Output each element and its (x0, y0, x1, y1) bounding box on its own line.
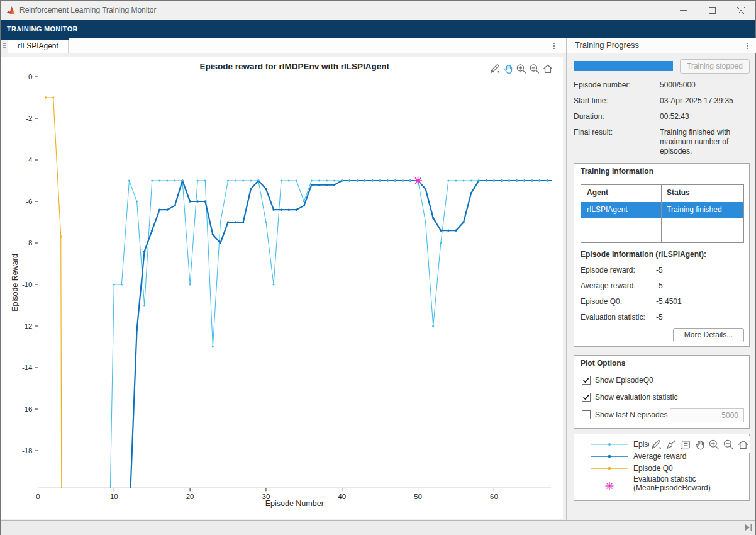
agent-status-table: Agent Status rILSPIAgent Training finish… (581, 184, 744, 243)
maximize-icon (709, 7, 716, 14)
figure-area (1, 57, 563, 519)
expand-right-icon[interactable] (745, 524, 753, 531)
show-episodeq0-label: Show EpisodeQ0 (595, 376, 653, 385)
progress-panel-title: Training Progress (575, 38, 639, 53)
evaluation-statistic-swatch (591, 478, 628, 488)
progress-panel-header: Training Progress (569, 38, 756, 54)
show-last-n-episodes-label: Show last N episodes (595, 410, 667, 419)
tab-options-icon[interactable] (549, 41, 559, 51)
title-bar: Reinforcement Learning Training Monitor (1, 1, 755, 20)
status-bar (1, 520, 755, 535)
status-column-header: Status (667, 185, 690, 201)
legend-label: Average reward (633, 452, 687, 461)
tab-rilspiagent[interactable]: rILSPIAgent (8, 40, 69, 54)
duration-value: 00:52:43 (660, 112, 689, 121)
edit-plot-icon[interactable] (489, 62, 501, 76)
episode-reward-swatch (591, 439, 628, 449)
training-information-title: Training Information (581, 167, 653, 176)
show-evaluation-statistic-label: Show evaluation statistic (595, 393, 677, 402)
pan-icon[interactable] (692, 438, 706, 451)
start-time-value: 03-Apr-2025 17:39:35 (660, 96, 733, 105)
show-evaluation-statistic-checkbox[interactable]: Show evaluation statistic (582, 392, 677, 402)
final-result-label: Final result: (574, 128, 613, 137)
episode-reward-value: -5 (656, 266, 663, 274)
home-icon[interactable] (736, 438, 750, 451)
edit-plot-icon[interactable] (649, 438, 663, 451)
status-cell: Training finished (667, 202, 722, 218)
episode-q0-value: -5.4501 (656, 297, 682, 306)
window-title: Reinforcement Learning Training Monitor (19, 1, 156, 20)
episode-q0-label: Episode Q0: (581, 297, 622, 306)
legend-label: Episode Q0 (633, 464, 673, 473)
brush-data-icon[interactable] (664, 438, 677, 451)
average-reward-label: Average reward: (581, 281, 636, 290)
episode-information-title: Episode Information (rILSPIAgent): (581, 250, 706, 259)
episode-number-label: Episode number: (574, 81, 631, 89)
legend-toolbar (649, 436, 750, 453)
app-window: Reinforcement Learning Training Monitor … (0, 0, 756, 535)
progress-panel-options-icon[interactable] (743, 41, 753, 51)
episode-reward-label: Episode reward: (581, 266, 635, 274)
home-icon[interactable] (542, 62, 553, 76)
episode-q0-swatch (591, 463, 628, 473)
show-last-n-episodes-checkbox[interactable]: Show last N episodes (582, 410, 667, 420)
legend-label: Evaluation statistic (MeanEpisodeReward) (633, 475, 711, 492)
tab-grip-icon[interactable] (1, 38, 8, 54)
final-result-value: Training finished with maximum number of… (660, 128, 748, 156)
matlab-logo-icon (6, 6, 17, 15)
average-reward-value: -5 (656, 281, 663, 290)
checkbox-icon[interactable] (582, 376, 591, 385)
checkbox-icon[interactable] (582, 410, 591, 419)
agent-column-header: Agent (587, 185, 608, 201)
toolstrip-tab[interactable]: TRAINING MONITOR (7, 20, 78, 38)
zoom-in-icon[interactable] (516, 62, 527, 76)
pan-icon[interactable] (503, 62, 514, 76)
average-reward-swatch (591, 451, 628, 461)
maximize-button[interactable] (698, 1, 726, 20)
close-button[interactable] (726, 1, 755, 20)
zoom-in-icon[interactable] (707, 438, 721, 451)
evaluation-statistic-value: -5 (656, 313, 663, 322)
n-episodes-input[interactable]: 5000 (670, 408, 744, 422)
panel-splitter[interactable] (566, 38, 567, 520)
evaluation-statistic-label: Evaluation statistic: (581, 313, 645, 322)
training-progress-bar (574, 61, 673, 71)
show-episodeq0-checkbox[interactable]: Show EpisodeQ0 (582, 375, 653, 385)
agent-cell: rILSPIAgent (587, 202, 628, 218)
training-stopped-button[interactable]: Training stopped (680, 59, 750, 74)
more-details-button[interactable]: More Details... (673, 328, 744, 342)
plot-options-title: Plot Options (581, 359, 625, 368)
minimize-icon (680, 7, 687, 14)
zoom-out-icon[interactable] (721, 438, 735, 451)
toolstrip-bar: TRAINING MONITOR (1, 20, 755, 38)
chart-toolbar (489, 62, 553, 76)
episode-number-value: 5000/5000 (660, 81, 696, 89)
checkbox-icon[interactable] (582, 393, 591, 402)
legend-item-evaluation-statistic: Evaluation statistic (MeanEpisodeReward) (591, 475, 711, 492)
table-header-row: Agent Status (581, 185, 743, 201)
zoom-out-icon[interactable] (529, 62, 540, 76)
plot-options-box: Plot Options Show EpisodeQ0 Show evaluat… (574, 355, 750, 429)
table-row[interactable]: rILSPIAgent Training finished (581, 202, 743, 218)
legend-item-average-reward: Average reward (591, 451, 687, 461)
training-information-box: Training Information Agent Status rILSPI… (574, 163, 750, 347)
minimize-button[interactable] (669, 1, 698, 20)
data-tips-icon[interactable] (678, 438, 692, 451)
close-icon (737, 7, 745, 14)
duration-label: Duration: (574, 112, 604, 121)
start-time-label: Start time: (574, 96, 608, 105)
legend-item-episode-q0: Episode Q0 (591, 463, 673, 473)
